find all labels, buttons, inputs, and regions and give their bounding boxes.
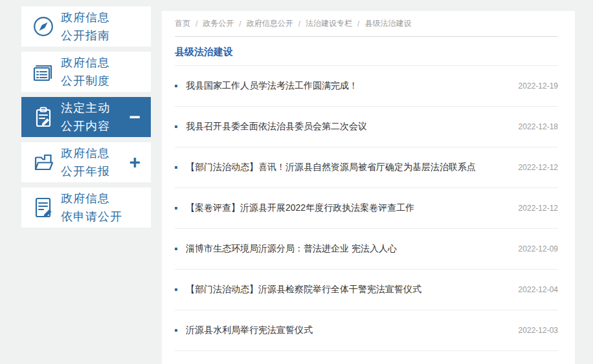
sidebar-item-label: 政府信息 公开指南 — [61, 8, 110, 45]
bullet-icon — [175, 248, 177, 250]
sidebar-menu: 政府信息 公开指南 政府信息 公开制度 — [21, 6, 151, 233]
article-title-link[interactable]: 淄博市生态环境局沂源分局：普法进企业 宪法入人心 — [186, 243, 397, 255]
expand-plus-icon[interactable]: + — [129, 153, 140, 172]
breadcrumb-link[interactable]: 县级法治建设 — [364, 18, 411, 29]
article-date: 2022-12-04 — [519, 285, 558, 294]
breadcrumb-link[interactable]: 首页 — [175, 18, 190, 29]
article-row[interactable]: 我县召开县委全面依法治县委员会第二次会议 2022-12-18 — [175, 107, 558, 147]
bullet-icon — [175, 207, 177, 209]
breadcrumb: 首页 / 政务公开 / 政府信息公开 / 法治建设专栏 / 县级法治建设 / — [175, 11, 558, 37]
breadcrumb-separator: / — [196, 19, 197, 28]
breadcrumb-link[interactable]: 政府信息公开 — [247, 18, 293, 29]
article-row[interactable]: 【部门法治动态】喜讯！沂源县自然资源局被省厅确定为基层法治联系点 2022-12… — [175, 147, 558, 188]
article-date: 2022-12-18 — [519, 122, 558, 131]
breadcrumb-item: 政务公开 / — [203, 18, 246, 29]
bullet-icon — [175, 125, 177, 128]
article-title-link[interactable]: 我县国家工作人员学法考法工作圆满完成！ — [186, 80, 358, 92]
article-title-link[interactable]: 【部门法治动态】沂源县检察院举行全体干警宪法宣誓仪式 — [186, 284, 421, 295]
breadcrumb-separator: / — [298, 19, 300, 28]
article-row[interactable]: 【部门法治动态】沂源县检察院举行全体干警宪法宣誓仪式 2022-12-04 — [175, 270, 558, 310]
sidebar-item-label: 政府信息 依申请公开 — [61, 189, 122, 226]
article-title-link[interactable]: 我县召开县委全面依法治县委员会第二次会议 — [186, 121, 367, 133]
breadcrumb-separator: / — [239, 19, 241, 28]
breadcrumb-item: 法治建设专栏 / — [306, 18, 364, 29]
folder-document-icon — [30, 149, 56, 175]
article-row[interactable]: 【案卷评查】沂源县开展2022年度行政执法案卷评查工作 2022-12-12 — [175, 188, 558, 229]
article-date: 2022-12-19 — [519, 81, 558, 91]
article-title-link[interactable]: 【部门法治动态】喜讯！沂源县自然资源局被省厅确定为基层法治联系点 — [186, 162, 476, 173]
clipboard-pen-icon — [30, 104, 56, 130]
page-title: 县级法治建设 — [175, 46, 233, 57]
article-date: 2022-12-12 — [519, 204, 558, 213]
sidebar-item-annual-report[interactable]: 政府信息 公开年报 + — [21, 142, 151, 182]
article-title-link[interactable]: 沂源县水利局举行宪法宣誓仪式 — [186, 325, 313, 336]
article-row[interactable]: 沂源县水利局举行宪法宣誓仪式 2022-12-03 — [175, 310, 558, 351]
breadcrumb-item: 县级法治建设 / — [364, 18, 411, 29]
sidebar-item-disclosure-system[interactable]: 政府信息 公开制度 — [21, 52, 151, 92]
article-row[interactable]: 我县国家工作人员学法考法工作圆满完成！ 2022-12-19 — [175, 66, 558, 107]
content-panel: 首页 / 政务公开 / 政府信息公开 / 法治建设专栏 / 县级法治建设 / — [162, 11, 575, 364]
section-title-row: 县级法治建设 — [175, 37, 558, 66]
sidebar-item-statutory-disclosure[interactable]: 法定主动 公开内容 − — [21, 97, 151, 137]
breadcrumb-item: 首页 / — [175, 18, 203, 29]
article-date: 2022-12-03 — [519, 326, 558, 335]
article-title-link[interactable]: 【案卷评查】沂源县开展2022年度行政执法案卷评查工作 — [186, 202, 414, 214]
collapse-minus-icon[interactable]: − — [129, 107, 140, 127]
compass-icon — [30, 14, 56, 39]
sidebar-item-disclosure-guide[interactable]: 政府信息 公开指南 — [21, 6, 151, 47]
breadcrumb-link[interactable]: 政务公开 — [203, 18, 234, 29]
bullet-icon — [175, 288, 177, 291]
breadcrumb-item: 政府信息公开 / — [247, 18, 306, 29]
list-document-icon — [30, 59, 56, 85]
bullet-icon — [175, 329, 177, 332]
sidebar-item-label: 政府信息 公开年报 — [61, 144, 110, 180]
sidebar-item-label: 政府信息 公开制度 — [61, 54, 110, 90]
sidebar-item-disclosure-on-request[interactable]: 政府信息 依申请公开 — [21, 187, 151, 228]
article-row[interactable]: 淄博市生态环境局沂源分局：普法进企业 宪法入人心 2022-12-09 — [175, 229, 558, 270]
article-date: 2022-12-09 — [519, 244, 558, 253]
article-date: 2022-12-12 — [519, 163, 558, 172]
sidebar-item-label: 法定主动 公开内容 — [61, 99, 110, 135]
bullet-icon — [175, 85, 177, 87]
bullet-icon — [175, 166, 177, 169]
breadcrumb-link[interactable]: 法治建设专栏 — [306, 18, 352, 29]
document-pen-icon — [30, 195, 56, 220]
breadcrumb-separator: / — [357, 19, 359, 28]
article-list: 我县国家工作人员学法考法工作圆满完成！ 2022-12-19 我县召开县委全面依… — [175, 66, 558, 351]
